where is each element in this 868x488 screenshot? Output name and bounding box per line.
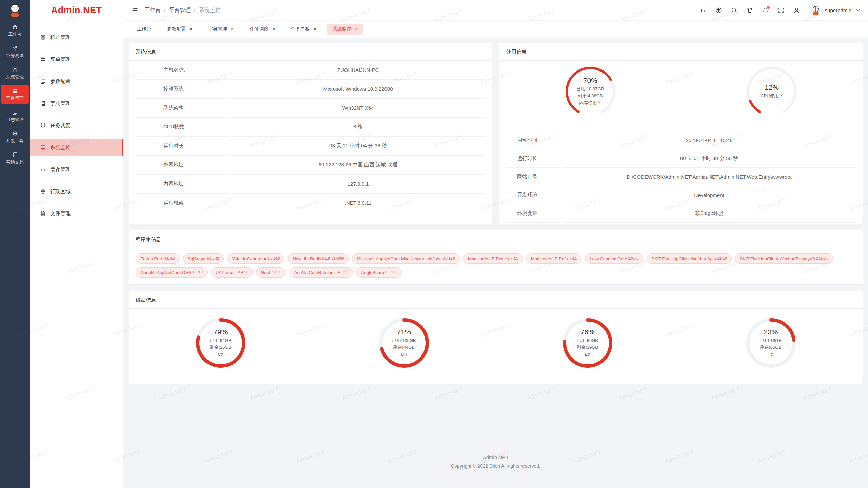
fullscreen-icon[interactable] — [778, 7, 784, 14]
notification-bell-icon[interactable] — [762, 7, 769, 14]
tab-dict-mgmt[interactable]: 字典管理 ✕ — [203, 24, 239, 35]
footer-copyright: Copyright © 2022 Dilon All rights reserv… — [129, 463, 863, 469]
assembly-version: 4.8.4.5 — [164, 257, 175, 260]
module-rail: 工作台 业务测试 系统管理 平台管理 日志管理 开发工具 帮助文档 — [0, 0, 30, 488]
rail-item-label: 日志管理 — [6, 117, 24, 123]
info-row: 启动时间: 2023-01-04 11:15:46 — [506, 131, 856, 149]
info-row-label: 主机名称: — [136, 61, 229, 80]
info-row: 系统架构: Win32NT X64 — [136, 99, 485, 118]
rail-item-help-docs[interactable]: 帮助文档 — [1, 149, 29, 168]
tab-close-icon[interactable]: ✕ — [189, 27, 193, 31]
info-row: 主机名称: ZUOHUAIJUN-PC — [136, 61, 485, 80]
assembly-tag: AspNetCoreRateLimit4.0.2.0 — [290, 267, 353, 278]
info-row: 运行时长: 08 天 11 小时 04 分 38 秒 — [136, 137, 485, 156]
sidebar-item-param-config[interactable]: 参数配置 — [30, 73, 123, 90]
disk-d-gauge: 71%已用:105GB剩余:44GBD:\ — [379, 318, 430, 368]
language-icon[interactable] — [715, 7, 722, 14]
tab-close-icon[interactable]: ✕ — [272, 27, 275, 31]
assembly-tag: Magicodes.IE.Excel2.7.4.1 — [463, 253, 523, 264]
sidebar-item-menu-mgmt[interactable]: 菜单管理 — [30, 51, 123, 68]
info-row: CPU核数: 8 核 — [136, 118, 485, 137]
sidebar-item-label: 字典管理 — [50, 100, 71, 107]
info-row-value: 127.0.0.1 — [231, 175, 485, 194]
assembly-tag: SqlSugar5.1.3.42 — [183, 253, 224, 264]
search-icon[interactable] — [731, 7, 737, 14]
gauge-line: 内存使用率 — [579, 100, 601, 106]
alarm-clock-icon — [40, 122, 46, 128]
rail-item-label: 开发工具 — [6, 138, 24, 144]
gauge-text: 23%已用:19GB剩余:65GBF:\ — [746, 318, 796, 368]
sidebar-item-dict-mgmt[interactable]: 字典管理 — [30, 95, 123, 112]
info-row-label: 启动时间: — [506, 131, 560, 149]
assembly-version: 2.0.0.0 — [628, 257, 639, 260]
info-row: 运行框架: .NET 6.0.11 — [136, 194, 485, 212]
footer-app-name: Admin.NET — [129, 454, 863, 460]
tab-workbench[interactable]: 工作台 — [132, 24, 157, 35]
sidebar-item-admin-region[interactable]: 行政区域 — [30, 183, 123, 200]
assembly-version: 1.1.9.0 — [192, 270, 203, 274]
tab-system-monitor[interactable]: 系统监控 ✕ — [327, 24, 363, 35]
sidebar-item-file-mgmt[interactable]: 文件管理 — [30, 205, 123, 222]
top-header: 工作台 / 平台管理 / 系统监控 TT — [123, 0, 868, 21]
tab-task-board[interactable]: 任务看板 ✕ — [285, 24, 322, 35]
tab-close-icon[interactable]: ✕ — [231, 27, 234, 31]
sidebar-item-system-monitor[interactable]: 系统监控 — [30, 139, 123, 156]
tab-label: 字典管理 — [208, 26, 227, 32]
app-root: 工作台 业务测试 系统管理 平台管理 日志管理 开发工具 帮助文档 Admin.… — [0, 0, 868, 488]
sidebar-item-label: 行政区域 — [50, 188, 71, 195]
assembly-version: 2.7.4.1 — [508, 257, 518, 260]
sidebar-item-tenant-mgmt[interactable]: 租户管理 — [30, 29, 123, 46]
info-row-value: 2023-01-04 11:15:46 — [563, 131, 856, 149]
info-row-label: CPU核数: — [136, 118, 229, 137]
avatar[interactable] — [810, 5, 821, 16]
sidebar-item-cache-mgmt[interactable]: 缓存管理 — [30, 161, 123, 178]
loading-spinner-icon — [40, 166, 46, 172]
rail-item-workbench[interactable]: 工作台 — [1, 21, 29, 40]
rail-item-dev-tools[interactable]: 开发工具 — [1, 127, 29, 147]
tab-label: 参数配置 — [167, 26, 186, 32]
assembly-tag: Furion.Pure4.8.4.5 — [136, 253, 180, 264]
rail-item-platform-mgmt[interactable]: 平台管理 — [1, 85, 29, 104]
info-row: 外网地址: 60.222.128.26 中国 山西 运城 联通 — [136, 156, 485, 175]
sidebar-item-task-schedule[interactable]: 任务调度 — [30, 117, 123, 134]
gauge-text: 12%CPU使用率 — [746, 66, 797, 117]
disk-f-gauge: 23%已用:19GB剩余:65GBF:\ — [746, 318, 796, 368]
tab-close-icon[interactable]: ✕ — [313, 27, 317, 31]
rail-item-business-test[interactable]: 业务测试 — [1, 42, 29, 61]
username[interactable]: superadmin — [825, 7, 851, 13]
menu-grid-icon — [40, 56, 46, 62]
gauge-line: F:\ — [768, 351, 773, 358]
tab-task-schedule[interactable]: 任务调度 ✕ — [244, 24, 281, 35]
sidebar-item-label: 任务调度 — [50, 122, 71, 129]
breadcrumb-item-platform[interactable]: 平台管理 — [169, 7, 191, 14]
assembly-version: 0.17.1.0 — [385, 270, 397, 274]
system-info-table: 主机名称: ZUOHUAIJUN-PC 操作系统: Microsoft Wind… — [129, 61, 492, 212]
info-row: 环境变量: 非Stage环境 — [506, 204, 856, 223]
theme-shirt-icon[interactable] — [747, 7, 753, 14]
app-avatar-logo[interactable] — [7, 3, 22, 18]
gauge-line: D:\ — [401, 351, 407, 358]
rail-item-log-mgmt[interactable]: 日志管理 — [1, 106, 29, 125]
tab-close-icon[interactable]: ✕ — [355, 27, 358, 31]
assembly-name: Lazy.Captcha.Core — [590, 256, 627, 261]
user-icon[interactable] — [793, 7, 800, 14]
assembly-tag: AngleSharp0.17.1.0 — [356, 267, 402, 278]
assembly-name: Magicodes.IE.Pdf — [531, 256, 566, 261]
brand-logo[interactable]: Admin.NET — [30, 0, 123, 20]
usage-info-table: 启动时间: 2023-01-04 11:15:46 运行时长: 00 天 01 … — [499, 131, 863, 223]
info-row-value: 08 天 11 小时 04 分 38 秒 — [231, 137, 485, 156]
file-document-icon — [40, 210, 46, 217]
tab-param-config[interactable]: 参数配置 ✕ — [161, 24, 198, 35]
rail-item-system-mgmt[interactable]: 系统管理 — [1, 63, 29, 83]
chevron-down-icon[interactable] — [856, 8, 861, 13]
assembly-name: SKIT.FlurlHttpClient.Wechat.Api — [651, 256, 713, 261]
gauge-line: CPU使用率 — [761, 93, 783, 99]
gauge-percent: 23% — [764, 328, 778, 336]
font-size-icon[interactable]: TT — [700, 7, 706, 14]
sidebar-menu: 租户管理 菜单管理 参数配置 字典管理 任务调度 系统监控 — [30, 20, 123, 222]
breadcrumb-item-workbench[interactable]: 工作台 — [144, 7, 161, 14]
collapse-sidebar-icon[interactable] — [132, 7, 138, 14]
cpu-icon — [12, 130, 18, 137]
gauge-percent: 70% — [583, 77, 597, 85]
assembly-version: 5.1.8401.5009 — [322, 257, 344, 260]
